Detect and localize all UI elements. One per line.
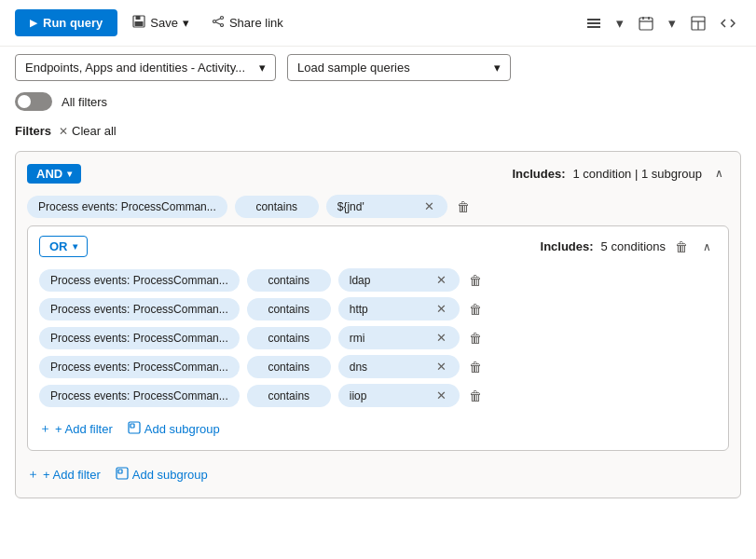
sample-dropdown-value: Load sample queries xyxy=(297,61,410,75)
svg-point-3 xyxy=(213,20,215,23)
dropdowns-row: Endpoints, Apps and identities - Activit… xyxy=(0,47,756,89)
or-condition-delete-button-2[interactable]: 🗑 xyxy=(467,331,484,346)
all-filters-label: All filters xyxy=(62,95,107,109)
or-add-filter-button[interactable]: ＋ + Add filter xyxy=(39,416,113,441)
save-chevron-icon: ▾ xyxy=(183,16,189,30)
and-condition-clear-button[interactable]: ✕ xyxy=(422,199,436,213)
svg-line-7 xyxy=(215,22,220,25)
or-field-pill-4[interactable]: Process events: ProcessComman... xyxy=(39,385,240,407)
or-field-value-0: Process events: ProcessComman... xyxy=(50,274,228,287)
or-op-pill-1[interactable]: contains xyxy=(247,298,331,320)
or-condition-row: Process events: ProcessComman... contain… xyxy=(39,384,717,407)
or-value-pill-1[interactable]: http ✕ xyxy=(338,297,460,320)
save-button[interactable]: Save ▾ xyxy=(125,9,197,36)
clear-all-button[interactable]: ✕ Clear all xyxy=(59,124,117,138)
source-dropdown-value: Endpoints, Apps and identities - Activit… xyxy=(25,61,245,75)
and-badge[interactable]: AND ▾ xyxy=(27,164,81,184)
or-condition-row: Process events: ProcessComman... contain… xyxy=(39,268,717,292)
svg-rect-10 xyxy=(587,26,600,28)
or-op-pill-2[interactable]: contains xyxy=(247,327,331,349)
calendar-chevron-button[interactable]: ▾ xyxy=(663,11,681,35)
clear-all-label: Clear all xyxy=(72,124,117,138)
filters-label: Filters xyxy=(15,124,51,138)
or-field-pill-1[interactable]: Process events: ProcessComman... xyxy=(39,298,240,320)
close-icon: ✕ xyxy=(59,125,68,138)
or-field-value-4: Process events: ProcessComman... xyxy=(50,389,228,402)
svg-rect-9 xyxy=(587,22,600,24)
or-value-pill-0[interactable]: ldap ✕ xyxy=(338,268,460,292)
share-icon xyxy=(212,15,225,31)
or-subgroup-icon xyxy=(128,421,141,437)
or-value-pill-3[interactable]: dns ✕ xyxy=(338,355,460,378)
or-badge-label: OR xyxy=(49,239,68,253)
list-chevron-button[interactable]: ▾ xyxy=(611,11,629,35)
and-op-value: contains xyxy=(255,200,297,213)
list-view-button[interactable] xyxy=(581,12,607,34)
or-value-text-4: iiop xyxy=(350,389,367,402)
or-condition-clear-button-0[interactable]: ✕ xyxy=(434,273,448,287)
and-add-filter-label: + Add filter xyxy=(43,468,101,482)
sample-dropdown-chevron: ▾ xyxy=(494,61,501,75)
and-field-pill[interactable]: Process events: ProcessComman... xyxy=(27,196,227,218)
and-field-value: Process events: ProcessComman... xyxy=(38,200,216,213)
or-condition-clear-button-2[interactable]: ✕ xyxy=(434,331,448,345)
and-add-subgroup-button[interactable]: Add subgroup xyxy=(116,463,208,486)
or-condition-row: Process events: ProcessComman... contain… xyxy=(39,326,717,349)
or-add-filter-label: + Add filter xyxy=(55,422,113,436)
calendar-button[interactable] xyxy=(633,12,659,34)
or-condition-delete-button-0[interactable]: 🗑 xyxy=(467,273,484,288)
and-add-filter-button[interactable]: ＋ + Add filter xyxy=(27,462,101,486)
or-group-delete-button[interactable]: 🗑 xyxy=(673,239,690,254)
code-button[interactable] xyxy=(715,12,741,34)
or-field-pill-0[interactable]: Process events: ProcessComman... xyxy=(39,269,240,292)
or-includes-label: Includes: xyxy=(541,239,594,253)
svg-rect-8 xyxy=(587,19,600,20)
or-condition-clear-button-4[interactable]: ✕ xyxy=(434,389,448,402)
or-value-pill-2[interactable]: rmi ✕ xyxy=(338,326,460,349)
or-condition-delete-button-4[interactable]: 🗑 xyxy=(467,389,484,403)
all-filters-toggle[interactable] xyxy=(15,92,52,111)
and-collapse-button[interactable]: ∧ xyxy=(709,163,729,184)
or-condition-clear-button-1[interactable]: ✕ xyxy=(434,302,448,316)
or-collapse-button[interactable]: ∧ xyxy=(697,237,717,257)
svg-rect-21 xyxy=(118,470,122,473)
or-badge-chevron: ▾ xyxy=(73,241,77,252)
or-field-value-2: Process events: ProcessComman... xyxy=(50,332,228,345)
source-dropdown[interactable]: Endpoints, Apps and identities - Activit… xyxy=(15,54,276,81)
svg-rect-11 xyxy=(639,18,653,30)
save-label: Save xyxy=(150,16,178,30)
source-dropdown-chevron: ▾ xyxy=(259,61,266,75)
or-op-pill-0[interactable]: contains xyxy=(247,269,331,292)
sample-dropdown[interactable]: Load sample queries ▾ xyxy=(287,54,511,81)
or-condition-delete-button-1[interactable]: 🗑 xyxy=(467,302,484,317)
or-value-text-0: ldap xyxy=(350,274,371,287)
or-condition-clear-button-3[interactable]: ✕ xyxy=(434,360,448,374)
or-op-pill-4[interactable]: contains xyxy=(247,385,331,407)
and-op-pill[interactable]: contains xyxy=(235,196,319,218)
or-badge[interactable]: OR ▾ xyxy=(39,236,88,257)
or-value-text-2: rmi xyxy=(350,332,365,345)
or-value-pill-4[interactable]: iiop ✕ xyxy=(338,384,460,407)
and-includes-value: 1 condition | 1 subgroup xyxy=(572,167,702,181)
or-op-pill-3[interactable]: contains xyxy=(247,356,331,378)
or-field-pill-2[interactable]: Process events: ProcessComman... xyxy=(39,327,240,349)
or-includes-value: 5 conditions xyxy=(601,239,666,253)
and-add-subgroup-label: Add subgroup xyxy=(132,468,208,482)
and-value-pill[interactable]: ${jnd' ✕ xyxy=(326,195,447,218)
and-includes-text: Includes: 1 condition | 1 subgroup ∧ xyxy=(512,163,729,184)
or-field-pill-3[interactable]: Process events: ProcessComman... xyxy=(39,356,240,378)
or-includes-text: Includes: 5 conditions 🗑 ∧ xyxy=(541,237,717,257)
svg-point-5 xyxy=(220,24,223,27)
all-filters-row: All filters xyxy=(0,89,756,118)
share-link-button[interactable]: Share link xyxy=(204,9,291,36)
run-query-button[interactable]: ▶ Run query xyxy=(15,9,117,36)
or-condition-delete-button-3[interactable]: 🗑 xyxy=(467,360,484,375)
and-condition-delete-button[interactable]: 🗑 xyxy=(455,199,472,214)
and-condition-row: Process events: ProcessComman... contain… xyxy=(27,195,729,218)
or-op-value-2: contains xyxy=(268,332,309,345)
table-button[interactable] xyxy=(685,12,711,34)
or-add-subgroup-button[interactable]: Add subgroup xyxy=(128,417,220,441)
and-badge-chevron: ▾ xyxy=(67,169,72,179)
or-field-value-1: Process events: ProcessComman... xyxy=(50,303,228,316)
svg-point-4 xyxy=(220,17,223,20)
